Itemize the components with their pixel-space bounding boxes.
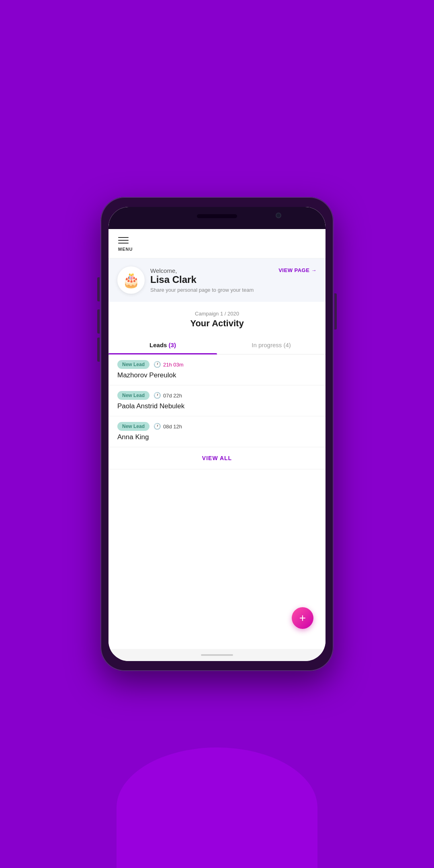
user-name: Lisa Clark (150, 274, 273, 286)
lead-name: Mazhorov Pereulok (117, 371, 317, 379)
welcome-subtitle: Share your personal page to grow your te… (150, 287, 273, 293)
time-info: 🕐 07d 22h (154, 392, 182, 399)
lead-name: Paola Anstrid Nebulek (117, 402, 317, 410)
bottom-bar (108, 649, 326, 661)
new-lead-badge: New Lead (117, 391, 149, 400)
view-all-button[interactable]: VIEW ALL (202, 455, 232, 461)
phone-notch (108, 207, 326, 229)
avatar-image: 🎂 (122, 272, 140, 289)
leads-list: New Lead 🕐 21h 03m Mazhorov Pereulok New… (108, 354, 326, 649)
lead-meta: New Lead 🕐 08d 12h (117, 422, 317, 431)
time-info: 🕐 08d 12h (154, 423, 182, 430)
view-page-button[interactable]: VIEW PAGE → (278, 266, 317, 273)
activity-title: Your Activity (117, 318, 317, 329)
new-lead-badge: New Lead (117, 360, 149, 369)
phone-screen: MENU 🎂 Welcome, Lisa Clark Share your pe… (108, 207, 326, 661)
tab-in-progress[interactable]: In progress (4) (217, 336, 326, 354)
lead-item[interactable]: New Lead 🕐 07d 22h Paola Anstrid Nebulek (108, 385, 326, 416)
welcome-banner: 🎂 Welcome, Lisa Clark Share your persona… (108, 258, 326, 302)
tab-leads-label: Leads (149, 342, 169, 348)
menu-line (118, 240, 129, 241)
time-value: 08d 12h (163, 424, 182, 430)
hamburger-menu-button[interactable]: MENU (117, 235, 134, 253)
lead-meta: New Lead 🕐 07d 22h (117, 391, 317, 400)
phone-frame: MENU 🎂 Welcome, Lisa Clark Share your pe… (100, 197, 334, 671)
lead-item[interactable]: New Lead 🕐 08d 12h Anna King (108, 416, 326, 447)
fab-plus-icon: + (299, 612, 306, 624)
avatar: 🎂 (117, 266, 145, 294)
campaign-label: Campaign 1 / 2020 (117, 311, 317, 317)
menu-line (118, 237, 129, 238)
welcome-greeting: Welcome, (150, 267, 273, 274)
lead-item[interactable]: New Lead 🕐 21h 03m Mazhorov Pereulok (108, 354, 326, 385)
tab-leads[interactable]: Leads (3) (108, 336, 217, 354)
menu-bar: MENU (108, 229, 326, 258)
clock-icon: 🕐 (154, 361, 161, 368)
clock-icon: 🕐 (154, 423, 161, 430)
clock-icon: 🕐 (154, 392, 161, 399)
time-value: 21h 03m (163, 362, 184, 368)
view-all-wrap: VIEW ALL (108, 447, 326, 469)
time-value: 07d 22h (163, 393, 182, 399)
lead-meta: New Lead 🕐 21h 03m (117, 360, 317, 369)
lead-name: Anna King (117, 433, 317, 441)
tab-leads-count: (3) (169, 342, 176, 348)
new-lead-badge: New Lead (117, 422, 149, 431)
tab-in-progress-label: In progress (4) (252, 342, 291, 348)
camera (276, 213, 281, 218)
menu-line (118, 243, 129, 244)
tabs: Leads (3) In progress (4) (108, 336, 326, 354)
app-content: MENU 🎂 Welcome, Lisa Clark Share your pe… (108, 229, 326, 649)
fab-button[interactable]: + (292, 607, 313, 629)
activity-section: Campaign 1 / 2020 Your Activity (108, 302, 326, 333)
home-indicator (201, 654, 233, 656)
speaker (197, 214, 237, 218)
time-info: 🕐 21h 03m (154, 361, 184, 368)
menu-label: MENU (118, 247, 133, 252)
welcome-text: Welcome, Lisa Clark Share your personal … (150, 267, 273, 293)
